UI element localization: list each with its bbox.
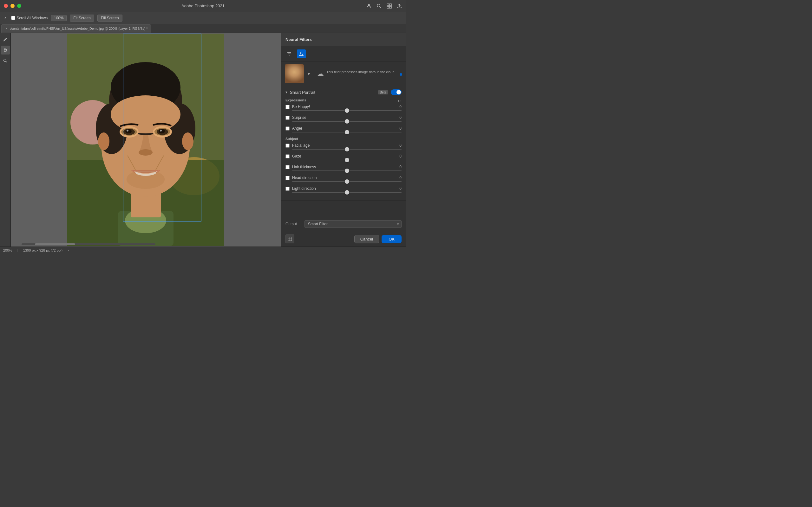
panel-toolbar [281, 46, 406, 62]
svg-rect-41 [290, 237, 292, 239]
hair-thickness-slider-thumb[interactable] [345, 169, 349, 173]
scroll-all-windows-label[interactable]: Scroll All Windows [16, 16, 48, 20]
surprise-slider-track[interactable] [292, 121, 402, 122]
subject-label: Subject [286, 137, 402, 141]
neural-filters-panel: Neural Filters [281, 33, 406, 246]
hand-tool[interactable] [1, 46, 10, 55]
svg-point-28 [125, 129, 132, 133]
facial-age-checkbox[interactable] [286, 144, 290, 148]
section-chevron[interactable]: ▾ [286, 90, 287, 95]
maximize-button[interactable] [17, 4, 21, 8]
panel-content[interactable]: ▾ Smart Portrait Beta ↩ Expressions [281, 86, 406, 217]
hair-thickness-header: Hair thickness 0 [286, 165, 402, 169]
svg-line-2 [380, 7, 381, 8]
face-photo [67, 34, 224, 246]
head-direction-slider-thumb[interactable] [345, 179, 349, 184]
account-icon[interactable] [366, 3, 372, 9]
document-tab[interactable]: × /content/dam/ccfirstmile/PHSP/en_US/as… [1, 24, 151, 33]
filter-dropdown-button[interactable]: ▾ [307, 71, 310, 77]
surprise-slider-thumb[interactable] [345, 119, 349, 124]
smart-portrait-section: ▾ Smart Portrait Beta ↩ Expressions [281, 86, 406, 201]
active-dot [400, 73, 402, 76]
gaze-checkbox[interactable] [286, 154, 290, 158]
light-direction-value: 0 [395, 186, 402, 191]
be-happy-header: Be Happy! 0 [286, 105, 402, 109]
svg-line-8 [6, 61, 7, 63]
head-direction-label: Head direction [292, 176, 395, 180]
section-header: ▾ Smart Portrait Beta [286, 89, 402, 95]
tab-close-icon[interactable]: × [5, 26, 9, 31]
be-happy-slider-thumb[interactable] [345, 108, 349, 113]
head-direction-checkbox[interactable] [286, 176, 290, 180]
be-happy-label: Be Happy! [292, 105, 395, 109]
filter-preview: ▾ ☁ This filter processes image data in … [281, 62, 406, 86]
panel-flask-icon[interactable] [297, 49, 306, 58]
share-icon[interactable] [397, 3, 402, 9]
search-icon[interactable] [376, 3, 382, 9]
dimensions-status: 1390 px x 928 px (72 ppi) [23, 248, 62, 252]
photo-canvas [67, 34, 224, 246]
cloud-text: This filter processes image data in the … [326, 70, 397, 74]
anger-slider-thumb[interactable] [345, 130, 349, 134]
output-select[interactable]: Smart Filter New Layer Duplicate Layer F… [305, 220, 402, 228]
brush-tool[interactable] [1, 35, 10, 44]
hair-thickness-value: 0 [395, 165, 402, 169]
zoom-input[interactable] [51, 15, 67, 21]
undo-button[interactable]: ↩ [398, 98, 402, 103]
surprise-value: 0 [395, 115, 402, 120]
horizontal-scrollbar[interactable] [21, 243, 155, 245]
panel-filter-icon[interactable] [285, 49, 294, 58]
arrow-status[interactable]: › [67, 248, 69, 252]
ok-button[interactable]: OK [382, 235, 402, 243]
hair-thickness-slider-track[interactable] [292, 170, 402, 171]
facial-age-slider-thumb[interactable] [345, 147, 349, 152]
light-direction-checkbox[interactable] [286, 187, 290, 191]
filter-thumbnail [285, 64, 304, 83]
output-label: Output [286, 222, 301, 226]
cancel-button[interactable]: Cancel [354, 235, 379, 243]
be-happy-slider-track[interactable] [292, 110, 402, 111]
surprise-checkbox[interactable] [286, 116, 290, 120]
minimize-button[interactable] [10, 4, 14, 8]
head-direction-slider-track[interactable] [292, 181, 402, 182]
anger-checkbox[interactable] [286, 126, 290, 130]
window-controls [4, 4, 21, 8]
hair-thickness-checkbox[interactable] [286, 165, 290, 169]
scroll-thumb[interactable] [35, 243, 75, 245]
app-title: Adobe Photoshop 2021 [182, 3, 224, 8]
panel-header: Neural Filters [281, 33, 406, 46]
back-button[interactable]: ‹ [3, 14, 8, 21]
gaze-slider-track[interactable] [292, 160, 402, 160]
layers-button[interactable] [286, 234, 294, 243]
be-happy-value: 0 [395, 105, 402, 109]
status-separator: | [17, 248, 18, 252]
scroll-all-windows-checkbox[interactable] [11, 16, 15, 20]
facial-age-slider-track[interactable] [292, 149, 402, 150]
be-happy-checkbox[interactable] [286, 105, 290, 109]
expand-icon[interactable] [386, 3, 392, 9]
svg-point-21 [111, 95, 181, 133]
svg-point-33 [126, 170, 165, 189]
anger-row: Anger 0 [286, 126, 402, 132]
svg-point-29 [159, 129, 165, 133]
facial-age-label: Facial age [292, 143, 395, 148]
svg-point-7 [3, 59, 6, 62]
light-direction-slider-track[interactable] [292, 192, 402, 193]
zoom-tool[interactable] [1, 56, 10, 65]
canvas-area[interactable] [11, 33, 281, 246]
hair-thickness-row: Hair thickness 0 [286, 165, 402, 171]
smart-portrait-toggle[interactable] [391, 89, 402, 95]
close-button[interactable] [4, 4, 8, 8]
anger-slider-track[interactable] [292, 132, 402, 132]
facial-age-row: Facial age 0 [286, 143, 402, 150]
fit-screen-button[interactable]: Fit Screen [70, 14, 94, 21]
gaze-slider-thumb[interactable] [345, 158, 349, 162]
anger-value: 0 [395, 126, 402, 130]
svg-rect-6 [390, 6, 392, 8]
output-select-wrapper: Smart Filter New Layer Duplicate Layer F… [305, 220, 402, 228]
fill-screen-button[interactable]: Fill Screen [97, 14, 122, 21]
beta-badge: Beta [378, 90, 388, 95]
facial-age-header: Facial age 0 [286, 143, 402, 148]
svg-rect-4 [390, 4, 392, 6]
light-direction-slider-thumb[interactable] [345, 190, 349, 194]
